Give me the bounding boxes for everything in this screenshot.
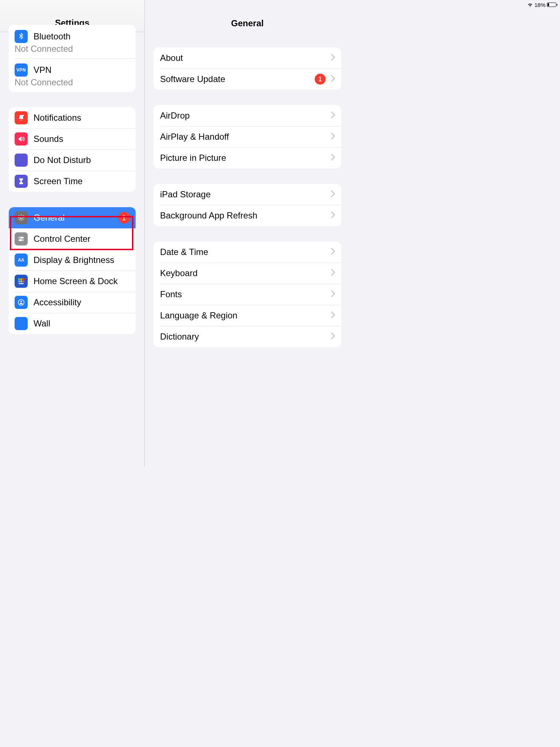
sidebar-group: NotificationsSoundsDo Not DisturbScreen … bbox=[9, 107, 136, 192]
detail-row-label: Date & Time bbox=[160, 247, 331, 257]
sidebar-item-label: Bluetooth bbox=[34, 31, 130, 42]
sidebar-item-label: Control Center bbox=[34, 234, 130, 244]
detail-row-label: Dictionary bbox=[160, 332, 331, 342]
chevron-right-icon bbox=[331, 111, 335, 120]
sidebar-item-label: Do Not Disturb bbox=[34, 155, 130, 166]
vpn-icon: VPN bbox=[15, 63, 28, 77]
blank-icon bbox=[15, 317, 28, 330]
detail-row-label: iPad Storage bbox=[160, 189, 331, 200]
sidebar-item-wallpaper-cut[interactable]: Wall bbox=[9, 313, 136, 334]
detail-row-about[interactable]: About bbox=[153, 47, 341, 69]
detail-row-airplay[interactable]: AirPlay & Handoff bbox=[153, 126, 341, 147]
sidebar-item-label: Wall bbox=[34, 318, 130, 329]
detail-group: Date & TimeKeyboardFontsLanguage & Regio… bbox=[153, 241, 341, 347]
detail-row-label: AirDrop bbox=[160, 111, 331, 121]
detail-group: AboutSoftware Update1 bbox=[153, 47, 341, 90]
detail-row-dictionary[interactable]: Dictionary bbox=[153, 326, 341, 347]
detail-row-datetime[interactable]: Date & Time bbox=[153, 241, 341, 263]
detail-row-label: Language & Region bbox=[160, 310, 331, 321]
chevron-right-icon bbox=[331, 54, 335, 62]
toggles-icon bbox=[15, 232, 28, 245]
detail-row-airdrop[interactable]: AirDrop bbox=[153, 105, 341, 126]
detail-row-bgrefresh[interactable]: Background App Refresh bbox=[153, 205, 341, 226]
sidebar-item-display[interactable]: Display & Brightness bbox=[9, 249, 136, 271]
sidebar-group: BluetoothNot ConnectedVPNVPNNot Connecte… bbox=[9, 25, 136, 92]
sidebar-item-dnd[interactable]: Do Not Disturb bbox=[9, 150, 136, 171]
bluetooth-icon bbox=[15, 30, 28, 43]
sidebar-badge: 1 bbox=[118, 212, 130, 224]
detail-row-label: About bbox=[160, 53, 331, 63]
sidebar-item-label: VPN bbox=[34, 65, 130, 76]
detail-row-label: AirPlay & Handoff bbox=[160, 132, 331, 142]
aa-icon bbox=[15, 253, 28, 267]
chevron-right-icon bbox=[331, 132, 335, 141]
detail-pane: General AboutSoftware Update1AirDropAirP… bbox=[145, 0, 350, 467]
detail-title: General bbox=[231, 18, 264, 32]
chevron-right-icon bbox=[331, 248, 335, 256]
chevron-right-icon bbox=[331, 332, 335, 341]
sidebar-item-label: General bbox=[34, 213, 115, 223]
chevron-right-icon bbox=[331, 269, 335, 278]
detail-badge: 1 bbox=[315, 74, 326, 85]
sidebar-item-sounds[interactable]: Sounds bbox=[9, 128, 136, 150]
sidebar-item-accessibility[interactable]: Accessibility bbox=[9, 292, 136, 313]
detail-row-label: Keyboard bbox=[160, 268, 331, 278]
detail-row-langregion[interactable]: Language & Region bbox=[153, 305, 341, 326]
chevron-right-icon bbox=[331, 311, 335, 320]
detail-row-pip[interactable]: Picture in Picture bbox=[153, 147, 341, 169]
sidebar-item-label: Home Screen & Dock bbox=[34, 276, 130, 287]
sidebar-item-screentime[interactable]: Screen Time bbox=[9, 171, 136, 192]
detail-header: General bbox=[145, 0, 350, 32]
bell-icon bbox=[15, 111, 28, 124]
chevron-right-icon bbox=[331, 211, 335, 220]
sidebar-item-general[interactable]: General1 bbox=[9, 207, 136, 228]
detail-row-swupdate[interactable]: Software Update1 bbox=[153, 69, 341, 90]
detail-row-storage[interactable]: iPad Storage bbox=[153, 184, 341, 205]
sidebar-item-label: Accessibility bbox=[34, 297, 130, 308]
detail-group: iPad StorageBackground App Refresh bbox=[153, 184, 341, 226]
sidebar-item-vpn[interactable]: VPNVPNNot Connected bbox=[9, 58, 136, 92]
settings-sidebar: Settings BluetoothNot ConnectedVPNVPNNot… bbox=[0, 0, 145, 467]
sidebar-item-label: Display & Brightness bbox=[34, 255, 130, 266]
sidebar-item-label: Notifications bbox=[34, 113, 130, 123]
detail-row-fonts[interactable]: Fonts bbox=[153, 284, 341, 305]
sidebar-item-notifications[interactable]: Notifications bbox=[9, 107, 136, 128]
sidebar-item-bluetooth[interactable]: BluetoothNot Connected bbox=[9, 25, 136, 58]
chevron-right-icon bbox=[331, 190, 335, 199]
detail-group: AirDropAirPlay & HandoffPicture in Pictu… bbox=[153, 105, 341, 169]
person-icon bbox=[15, 296, 28, 309]
sidebar-item-homescreen[interactable]: Home Screen & Dock bbox=[9, 271, 136, 292]
hourglass-icon bbox=[15, 175, 28, 188]
detail-row-label: Software Update bbox=[160, 74, 315, 84]
speaker-icon bbox=[15, 132, 28, 146]
chevron-right-icon bbox=[331, 75, 335, 84]
detail-row-label: Background App Refresh bbox=[160, 210, 331, 221]
grid-icon bbox=[15, 275, 28, 288]
gear-icon bbox=[15, 211, 28, 224]
chevron-right-icon bbox=[331, 290, 335, 299]
chevron-right-icon bbox=[331, 154, 335, 162]
sidebar-item-label: Sounds bbox=[34, 134, 130, 144]
detail-row-label: Picture in Picture bbox=[160, 153, 331, 163]
detail-row-label: Fonts bbox=[160, 289, 331, 299]
sidebar-item-sub: Not Connected bbox=[15, 77, 130, 88]
moon-icon bbox=[15, 154, 28, 167]
detail-row-keyboard[interactable]: Keyboard bbox=[153, 263, 341, 284]
sidebar-item-controlcenter[interactable]: Control Center bbox=[9, 228, 136, 249]
sidebar-item-sub: Not Connected bbox=[15, 44, 130, 54]
sidebar-group: General1Control CenterDisplay & Brightne… bbox=[9, 207, 136, 334]
sidebar-item-label: Screen Time bbox=[34, 176, 130, 187]
